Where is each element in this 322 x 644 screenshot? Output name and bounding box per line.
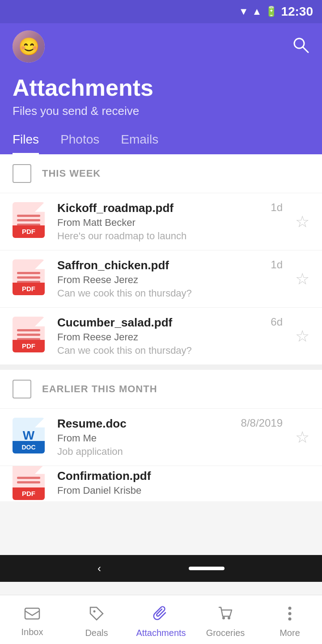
header: 😊 Attachments Files you send & receive F… xyxy=(0,23,322,154)
file-name: Confirmation.pdf xyxy=(57,469,151,483)
file-age: 8/8/2019 xyxy=(241,417,283,429)
file-info: Saffron_chicken.pdf 1d From Reese Jerez … xyxy=(57,258,283,299)
file-age: 1d xyxy=(271,201,283,214)
system-nav: ‹ xyxy=(0,555,322,582)
nav-label-inbox: Inbox xyxy=(21,627,43,637)
nav-label-more: More xyxy=(280,628,300,638)
file-from: From Reese Jerez xyxy=(57,274,283,286)
file-name: Saffron_chicken.pdf xyxy=(57,258,169,272)
more-icon xyxy=(287,606,292,625)
svg-point-5 xyxy=(228,617,230,619)
battery-icon: 🔋 xyxy=(265,6,277,17)
list-item[interactable]: PDF Kickoff_roadmap.pdf 1d From Matt Bec… xyxy=(0,193,322,250)
groceries-icon xyxy=(217,606,233,625)
avatar-image: 😊 xyxy=(13,30,45,63)
content-area: THIS WEEK PDF Kickoff_roadmap.pdf 1d Fro… xyxy=(0,154,322,555)
header-top: 😊 xyxy=(13,30,309,63)
inbox-icon xyxy=(24,606,40,624)
file-preview: Can we cook this on thursday? xyxy=(57,345,283,356)
file-name: Resume.doc xyxy=(57,417,127,431)
pdf-icon: PDF xyxy=(13,259,48,299)
file-age: 6d xyxy=(271,316,283,328)
file-from: From Matt Becker xyxy=(57,217,283,229)
file-age: 1d xyxy=(271,258,283,271)
pdf-icon: PDF xyxy=(13,466,48,501)
nav-item-groceries[interactable]: Groceries xyxy=(193,595,258,644)
svg-rect-2 xyxy=(25,608,39,619)
tab-emails[interactable]: Emails xyxy=(121,132,158,154)
svg-point-4 xyxy=(222,617,225,619)
file-preview: Job application xyxy=(57,446,283,458)
nav-label-deals: Deals xyxy=(85,628,108,638)
signal-icon: ▲ xyxy=(252,6,262,17)
page-title: Attachments xyxy=(13,75,309,101)
section-header-earlier: EARLIER THIS MONTH xyxy=(0,370,322,408)
svg-point-8 xyxy=(288,618,292,621)
back-button[interactable]: ‹ xyxy=(97,562,101,575)
pdf-icon: PDF xyxy=(13,317,48,356)
star-button[interactable]: ☆ xyxy=(295,270,309,288)
star-button[interactable]: ☆ xyxy=(295,327,309,346)
file-from: From Daniel Krisbe xyxy=(57,485,309,496)
file-info: Resume.doc 8/8/2019 From Me Job applicat… xyxy=(57,417,283,458)
earlier-label: EARLIER THIS MONTH xyxy=(42,383,157,395)
list-item[interactable]: PDF Cucumber_salad.pdf 6d From Reese Jer… xyxy=(0,307,322,364)
status-bar: ▼ ▲ 🔋 12:30 xyxy=(0,0,322,23)
page-subtitle: Files you send & receive xyxy=(13,104,309,118)
nav-label-attachments: Attachments xyxy=(136,628,186,638)
file-name: Cucumber_salad.pdf xyxy=(57,316,172,330)
svg-point-7 xyxy=(288,612,292,615)
search-button[interactable] xyxy=(292,36,309,58)
this-week-checkbox[interactable] xyxy=(13,164,31,183)
nav-label-groceries: Groceries xyxy=(206,628,245,638)
earlier-checkbox[interactable] xyxy=(13,380,31,398)
nav-item-more[interactable]: More xyxy=(258,595,322,644)
doc-icon: W DOC xyxy=(13,418,48,457)
file-meta: Resume.doc 8/8/2019 xyxy=(57,417,283,431)
file-from: From Reese Jerez xyxy=(57,331,283,343)
pdf-icon: PDF xyxy=(13,202,48,242)
avatar[interactable]: 😊 xyxy=(13,30,45,63)
svg-point-6 xyxy=(288,607,292,610)
home-button[interactable] xyxy=(189,567,225,570)
bottom-nav: Inbox Deals Attachments Groceries xyxy=(0,595,322,644)
section-divider xyxy=(0,364,322,370)
deals-icon xyxy=(89,606,105,625)
nav-item-inbox[interactable]: Inbox xyxy=(0,595,64,644)
tabs: Files Photos Emails xyxy=(13,132,309,154)
attachments-icon xyxy=(153,606,169,625)
file-info: Confirmation.pdf From Daniel Krisbe xyxy=(57,469,309,498)
file-from: From Me xyxy=(57,432,283,444)
file-info: Kickoff_roadmap.pdf 1d From Matt Becker … xyxy=(57,201,283,242)
star-button[interactable]: ☆ xyxy=(295,212,309,231)
tab-files[interactable]: Files xyxy=(13,132,39,154)
file-info: Cucumber_salad.pdf 6d From Reese Jerez C… xyxy=(57,316,283,356)
file-meta: Kickoff_roadmap.pdf 1d xyxy=(57,201,283,215)
nav-item-attachments[interactable]: Attachments xyxy=(129,595,193,644)
tab-photos[interactable]: Photos xyxy=(60,132,99,154)
file-preview: Here's our roadmap to launch xyxy=(57,230,283,242)
svg-point-3 xyxy=(93,610,96,613)
file-meta: Saffron_chicken.pdf 1d xyxy=(57,258,283,272)
wifi-icon: ▼ xyxy=(239,6,249,17)
this-week-label: THIS WEEK xyxy=(42,168,101,179)
svg-line-1 xyxy=(303,47,308,52)
star-button[interactable]: ☆ xyxy=(295,428,309,447)
file-meta: Confirmation.pdf xyxy=(57,469,309,483)
nav-item-deals[interactable]: Deals xyxy=(64,595,129,644)
list-item[interactable]: PDF Saffron_chicken.pdf 1d From Reese Je… xyxy=(0,250,322,307)
status-time: 12:30 xyxy=(281,4,313,19)
list-item[interactable]: W DOC Resume.doc 8/8/2019 From Me Job ap… xyxy=(0,408,322,466)
file-meta: Cucumber_salad.pdf 6d xyxy=(57,316,283,330)
file-preview: Can we cook this on thursday? xyxy=(57,288,283,299)
list-item[interactable]: PDF Confirmation.pdf From Daniel Krisbe xyxy=(0,466,322,501)
file-name: Kickoff_roadmap.pdf xyxy=(57,201,174,215)
section-header-this-week: THIS WEEK xyxy=(0,154,322,193)
status-icons: ▼ ▲ 🔋 12:30 xyxy=(239,4,313,19)
